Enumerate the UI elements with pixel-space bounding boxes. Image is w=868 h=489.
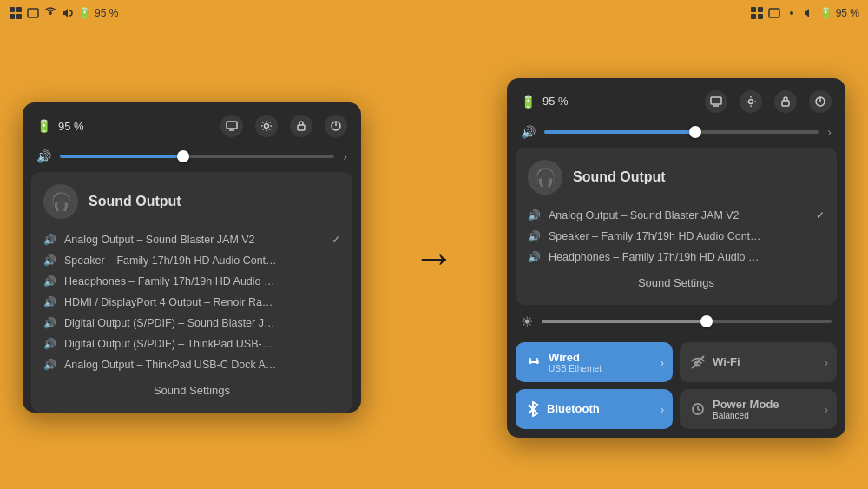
toggle-power-sublabel: Balanced (713, 411, 779, 420)
grid-icon-right[interactable] (750, 6, 764, 20)
toggle-bluetooth-labels: Bluetooth (547, 402, 600, 415)
left-sound-item-4[interactable]: 🔊 Digital Output (S/PDIF) – Sound Blaste… (43, 313, 340, 334)
right-brightness-track[interactable] (542, 320, 832, 323)
toggle-bluetooth-label: Bluetooth (547, 402, 600, 415)
left-sound-item-label-5: Digital Output (S/PDIF) – ThinkPad USB-… (64, 338, 340, 350)
volume-icon-left[interactable] (61, 6, 75, 20)
battery-icon-left: 🔋 (78, 7, 91, 19)
toggle-bluetooth[interactable]: Bluetooth › (516, 389, 673, 429)
arrow-symbol: → (413, 234, 455, 281)
toggle-wired[interactable]: Wired USB Ethernet › (516, 342, 673, 382)
right-panel: 🔋 95 % (507, 78, 845, 438)
grid-icon-left[interactable] (9, 6, 23, 20)
left-power-icon[interactable] (325, 115, 347, 137)
right-lock-icon[interactable] (774, 90, 797, 113)
left-settings-icon[interactable] (255, 115, 278, 137)
right-brightness-thumb (700, 315, 713, 327)
left-volume-fill (60, 155, 183, 158)
left-sound-item-2[interactable]: 🔊 Headphones – Family 17h/19h HD Audio … (43, 271, 340, 292)
right-volume-track[interactable] (544, 130, 819, 134)
left-sound-item-1[interactable]: 🔊 Speaker – Family 17h/19h HD Audio Cont… (43, 250, 340, 271)
network-icon-left[interactable] (43, 6, 57, 20)
left-sound-item-label-3: HDMI / DisplayPort 4 Output – Renoir Ra… (64, 296, 340, 308)
taskbar: 🔋 95 % 🔋 95 % (0, 0, 868, 26)
left-battery-percent: 95 % (58, 120, 84, 133)
right-sound-item-label-2: Headphones – Family 17h/19h HD Audio … (549, 251, 825, 263)
toggle-power-label: Power Mode (713, 398, 779, 411)
right-volume-fill (544, 130, 695, 134)
right-sound-item-1[interactable]: 🔊 Speaker – Family 17h/19h HD Audio Cont… (528, 226, 825, 247)
svg-rect-18 (711, 97, 721, 104)
transition-arrow: → (413, 234, 455, 281)
battery-percent-right: 95 % (836, 7, 859, 19)
taskbar-left: 🔋 95 % (9, 6, 118, 20)
left-sound-item-0[interactable]: 🔊 Analog Output – Sound Blaster JAM V2 ✓ (43, 229, 340, 250)
left-lock-icon[interactable] (290, 115, 312, 137)
right-volume-row: 🔊 › (507, 122, 845, 148)
left-sound-item-icon-3: 🔊 (43, 296, 57, 308)
window-icon-left[interactable] (26, 6, 40, 20)
right-sound-item-icon-0: 🔊 (528, 209, 542, 221)
window-icon-right[interactable] (767, 6, 781, 20)
right-volume-chevron[interactable]: › (827, 125, 832, 139)
left-sound-items: 🔊 Analog Output – Sound Blaster JAM V2 ✓… (43, 229, 340, 375)
left-battery-icon: 🔋 (36, 119, 51, 133)
right-settings-icon[interactable] (740, 90, 762, 113)
toggle-power-labels: Power Mode Balanced (713, 398, 779, 420)
left-screen-icon[interactable] (220, 115, 243, 137)
network-icon-right[interactable] (785, 6, 799, 20)
svg-rect-12 (227, 122, 237, 129)
right-sound-item-0[interactable]: 🔊 Analog Output – Sound Blaster JAM V2 ✓ (528, 205, 825, 226)
left-sound-settings[interactable]: Sound Settings (43, 375, 340, 400)
svg-rect-2 (10, 14, 15, 19)
toggle-wifi-labels: Wi-Fi (713, 355, 740, 368)
left-sound-item-5[interactable]: 🔊 Digital Output (S/PDIF) – ThinkPad USB… (43, 334, 340, 354)
toggle-power-mode[interactable]: Power Mode Balanced › (680, 389, 837, 429)
left-volume-chevron[interactable]: › (343, 149, 347, 163)
svg-point-25 (536, 360, 539, 364)
svg-point-11 (790, 11, 793, 15)
left-sound-item-icon-0: 🔊 (43, 234, 57, 246)
left-sound-item-label-4: Digital Output (S/PDIF) – Sound Blaster … (64, 317, 340, 329)
left-panel: 🔋 95 % (23, 102, 361, 413)
right-brightness-row: ☀ (507, 305, 845, 339)
toggle-wifi[interactable]: Wi-Fi › (680, 342, 837, 382)
left-sound-section: 🎧 Sound Output 🔊 Analog Output – Sound B… (31, 172, 352, 413)
svg-rect-8 (751, 14, 756, 19)
left-volume-icon: 🔊 (36, 149, 51, 163)
toggle-power-chevron: › (825, 402, 828, 415)
right-power-icon[interactable] (809, 90, 832, 113)
svg-point-24 (529, 360, 532, 364)
right-volume-icon: 🔊 (521, 125, 536, 139)
right-sound-settings[interactable]: Sound Settings (528, 268, 825, 293)
right-sound-item-label-0: Analog Output – Sound Blaster JAM V2 (549, 209, 809, 221)
svg-rect-15 (298, 125, 305, 130)
right-screen-icon[interactable] (705, 90, 727, 113)
main-content: 🔋 95 % (0, 26, 868, 489)
right-panel-header: 🔋 95 % (507, 78, 845, 122)
right-headphone-icon: 🎧 (528, 160, 562, 195)
left-volume-track[interactable] (60, 155, 334, 158)
svg-rect-21 (782, 101, 789, 106)
svg-rect-9 (758, 14, 763, 19)
left-sound-item-6[interactable]: 🔊 Analog Output – ThinkPad USB-C Dock A… (43, 354, 340, 375)
right-brightness-icon: ☀ (521, 314, 533, 330)
right-sound-item-icon-1: 🔊 (528, 230, 542, 242)
right-sound-item-2[interactable]: 🔊 Headphones – Family 17h/19h HD Audio … (528, 247, 825, 268)
left-sound-item-3[interactable]: 🔊 HDMI / DisplayPort 4 Output – Renoir R… (43, 292, 340, 313)
toggle-wired-labels: Wired USB Ethernet (549, 351, 602, 373)
power-mode-icon (690, 401, 706, 417)
left-battery-display: 🔋 95 % (36, 119, 84, 133)
left-sound-title: Sound Output (89, 194, 181, 209)
svg-point-5 (49, 11, 52, 15)
left-sound-header: 🎧 Sound Output (43, 184, 340, 219)
toggle-wired-sublabel: USB Ethernet (549, 364, 602, 373)
right-header-actions (705, 90, 832, 113)
volume-icon-right[interactable] (802, 6, 816, 20)
left-sound-item-icon-2: 🔊 (43, 275, 57, 287)
right-quick-toggles: Wired USB Ethernet › Wi-Fi › (507, 339, 845, 438)
left-volume-row: 🔊 › (23, 146, 361, 172)
svg-rect-1 (16, 7, 22, 12)
toggle-bluetooth-chevron: › (661, 402, 664, 415)
svg-rect-7 (758, 7, 763, 12)
